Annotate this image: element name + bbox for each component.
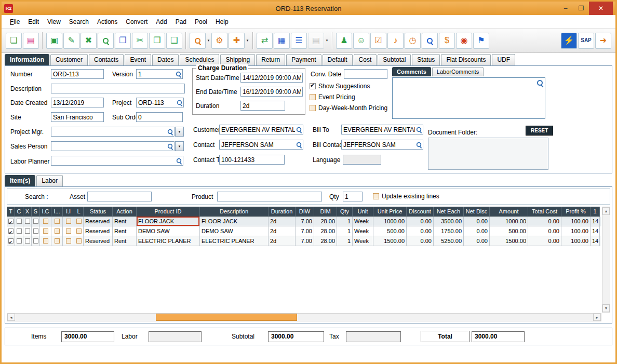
comments-search-icon[interactable] (536, 79, 543, 86)
copy-button[interactable]: ❐ (149, 33, 165, 49)
cell-profit[interactable]: 100.00 (561, 226, 591, 236)
sales-person-dropdown[interactable]: ▼ (175, 141, 184, 151)
tab-status[interactable]: Status (412, 54, 440, 65)
add-to-cart-dropdown-icon[interactable]: ▼ (245, 33, 250, 49)
qty-input[interactable] (343, 192, 362, 201)
cell-qty[interactable]: 1 (337, 217, 353, 226)
cell-duration[interactable]: 2d (269, 217, 296, 226)
row-checkbox[interactable] (66, 228, 71, 234)
tab-item-s[interactable]: Item(s) (5, 175, 35, 186)
cell-i[interactable] (51, 226, 63, 236)
cell-discount[interactable]: 0.00 (407, 226, 434, 236)
exchange-button[interactable]: ⇄ (257, 33, 273, 49)
column-header-qty[interactable]: Qty (337, 207, 353, 217)
menu-pool[interactable]: Pool (191, 16, 211, 28)
cell-c[interactable] (15, 236, 23, 246)
cell-i[interactable] (51, 236, 63, 246)
contact-input[interactable] (220, 140, 303, 149)
tab-udf[interactable]: UDF (492, 54, 515, 65)
cell-l[interactable] (74, 226, 84, 236)
vertical-scrollbar[interactable]: ▲ ▼ (602, 207, 610, 313)
column-header-unit[interactable]: Unit (353, 207, 373, 217)
row-checkbox[interactable] (76, 219, 82, 224)
print-order-dropdown-icon[interactable]: ▼ (325, 33, 329, 49)
row-checkbox[interactable] (8, 238, 14, 244)
new-order-button[interactable]: ❏ (6, 33, 22, 49)
cell-duration[interactable]: 2d (269, 236, 296, 246)
cell-c[interactable] (15, 217, 23, 226)
cell-unit-price[interactable]: 1000.00 (373, 217, 407, 226)
cell-unit-price[interactable]: 500.00 (373, 226, 407, 236)
customer-input[interactable] (220, 125, 303, 134)
cell-i-c[interactable] (40, 226, 51, 236)
column-header-product-id[interactable]: Product ID (137, 207, 200, 217)
cell-dim[interactable]: 28.00 (314, 236, 337, 246)
accessories-button[interactable]: ⚙ (211, 33, 227, 49)
start-date-input[interactable] (241, 73, 302, 82)
menu-file[interactable]: File (6, 16, 24, 28)
bill-to-search-icon[interactable] (416, 127, 422, 132)
asset-input[interactable] (88, 192, 151, 201)
cell-t[interactable] (7, 236, 15, 246)
column-header-net-disc[interactable]: Net Disc (464, 207, 490, 217)
cell-action[interactable]: Rent (113, 217, 137, 226)
product-input[interactable] (218, 192, 321, 201)
project-mgr-search-icon[interactable] (167, 129, 173, 134)
row-checkbox[interactable] (55, 238, 60, 244)
save-button[interactable]: ▣ (46, 33, 62, 49)
duplicate-order-button[interactable]: ❐ (115, 33, 131, 49)
column-header-total-cost[interactable]: Total Cost (528, 207, 561, 217)
availability-button[interactable]: ▦ (274, 33, 290, 49)
cell-diw[interactable]: 7.00 (296, 236, 314, 246)
cell-net-each[interactable]: 3500.00 (434, 217, 464, 226)
cell-product-id[interactable]: FLOOR JACK (137, 217, 200, 226)
scroll-up-icon[interactable]: ▲ (602, 207, 610, 215)
checkbox-day-week-month-pricing[interactable]: Day-Week-Month Pricing (310, 104, 387, 112)
row-checkbox[interactable] (8, 228, 14, 234)
menu-actions[interactable]: Actions (93, 16, 122, 28)
column-header-x[interactable]: X (23, 207, 32, 217)
column-header-duration[interactable]: Duration (269, 207, 296, 217)
cell-t[interactable] (7, 226, 15, 236)
update-existing-lines-checkbox[interactable]: Update existing lines (373, 193, 439, 200)
title-bar[interactable]: R2 ORD-113 Reservation – ❐ ✕ (2, 2, 615, 15)
cell-unit[interactable]: Week (353, 217, 373, 226)
add-to-cart-button[interactable]: ✚ (229, 33, 245, 49)
cell-s[interactable] (32, 226, 40, 236)
cell-diw[interactable]: 7.00 (296, 226, 314, 236)
cell-c[interactable] (15, 226, 23, 236)
tab-dates[interactable]: Dates (152, 54, 179, 65)
menu-convert[interactable]: Convert (122, 16, 152, 28)
menu-add[interactable]: Add (152, 16, 171, 28)
date-created-input[interactable] (51, 98, 103, 107)
cell-i-c[interactable] (40, 217, 51, 226)
menu-view[interactable]: View (43, 16, 65, 28)
cell-s[interactable] (32, 217, 40, 226)
column-header-net-each[interactable]: Net Each (434, 207, 464, 217)
minimize-button[interactable]: – (558, 2, 573, 15)
cell-net-each[interactable]: 1750.00 (434, 226, 464, 236)
camera-button[interactable]: ◉ (456, 33, 472, 49)
scroll-right-icon[interactable]: ► (593, 314, 601, 321)
cell-dim[interactable]: 28.00 (314, 217, 337, 226)
labor-planner-input[interactable] (51, 156, 183, 165)
exit-button[interactable]: ➜ (595, 33, 611, 49)
cell-dim[interactable]: 28.00 (314, 226, 337, 236)
customer-search-icon[interactable] (296, 127, 302, 132)
row-checkbox[interactable] (25, 238, 30, 244)
row-checkbox[interactable] (33, 219, 38, 224)
cell-qty[interactable]: 1 (337, 236, 353, 246)
cell-unit-price[interactable]: 1500.00 (373, 236, 407, 246)
tab-comments[interactable]: Comments (392, 67, 431, 76)
cell-l[interactable] (74, 217, 84, 226)
find-button[interactable] (98, 33, 114, 49)
cell-status[interactable]: Reserved (84, 236, 113, 246)
cell-diw[interactable]: 7.00 (296, 217, 314, 226)
column-header-profit[interactable]: Profit % (561, 207, 591, 217)
cell-description[interactable]: DEMO SAW (200, 226, 269, 236)
project-mgr-dropdown[interactable]: ▼ (175, 127, 184, 137)
contact-search-button[interactable] (422, 33, 438, 49)
cell-description[interactable]: FLOOR JACK (200, 217, 269, 226)
comments-box[interactable] (392, 77, 545, 119)
tab-customer[interactable]: Customer (50, 54, 88, 65)
